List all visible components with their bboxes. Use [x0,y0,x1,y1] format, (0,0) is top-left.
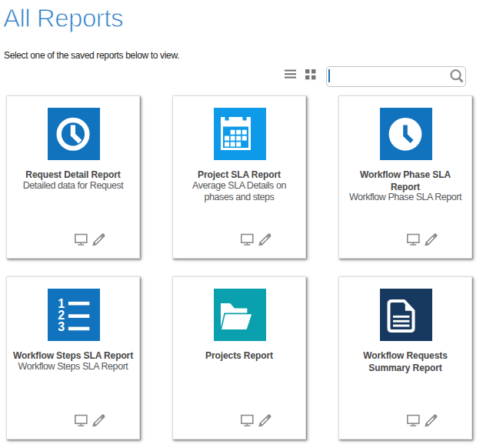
svg-text:3: 3 [58,320,65,333]
